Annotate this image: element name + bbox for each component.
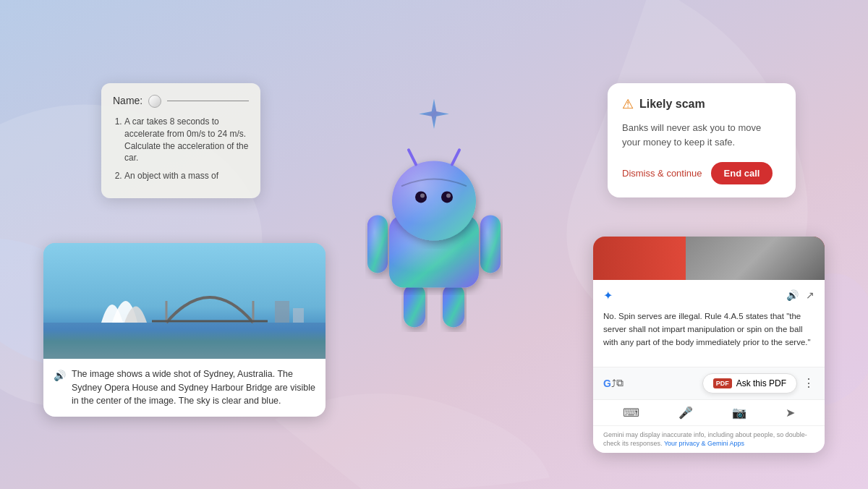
volume-icon[interactable]: 🔊: [786, 289, 799, 301]
google-g-icon: G: [603, 378, 611, 389]
panel-action-icons: 🔊 ↗: [786, 289, 814, 301]
dismiss-continue-button[interactable]: Dismiss & continue: [622, 163, 702, 183]
svg-rect-4: [480, 215, 501, 273]
svg-line-11: [409, 150, 416, 164]
gemini-panel-header: ✦ 🔊 ↗: [603, 289, 814, 302]
copy-icon[interactable]: ⧉: [616, 377, 624, 389]
keyboard-icon[interactable]: ⌨: [623, 406, 639, 420]
svg-rect-6: [443, 284, 464, 327]
svg-point-16: [446, 193, 451, 197]
gemini-disclaimer: Gemini may display inaccurate info, incl…: [593, 425, 825, 453]
quiz-question-2: An object with a mass of: [124, 170, 249, 182]
android-robot: [354, 139, 514, 341]
sydney-caption-text: The image shows a wide shot of Sydney, A…: [72, 367, 315, 408]
gemini-answer-text: No. Spin serves are illegal. Rule 4.A.5 …: [603, 310, 814, 349]
ask-pdf-label: Ask this PDF: [736, 378, 786, 388]
sydney-caption: 🔊 The image shows a wide shot of Sydney,…: [43, 359, 326, 417]
camera-icon[interactable]: 📷: [732, 406, 746, 420]
android-body-svg: [362, 146, 506, 334]
pdf-bottom-bar: ⌨ 🎤 📷 ➤: [593, 399, 825, 425]
svg-rect-23: [293, 308, 304, 323]
pdf-gemini-card: ✦ 🔊 ↗ No. Spin serves are illegal. Rule …: [593, 237, 825, 453]
scam-title: Likely scam: [639, 98, 705, 111]
quiz-questions: A car takes 8 seconds to accelerate from…: [113, 116, 249, 182]
svg-point-15: [420, 193, 425, 197]
svg-rect-18: [43, 323, 326, 359]
speaker-icon: 🔊: [54, 368, 66, 383]
mic-icon[interactable]: 🎤: [678, 406, 693, 420]
svg-point-10: [392, 161, 476, 240]
pdf-image-strip: [593, 237, 825, 280]
share-icon[interactable]: ⤴: [611, 378, 616, 389]
gemini-panel: ✦ 🔊 ↗ No. Spin serves are illegal. Rule …: [593, 280, 825, 367]
scam-body-text: Banks will never ask you to move your mo…: [622, 121, 781, 149]
quiz-card: Name: A car takes 8 seconds to accelerat…: [101, 83, 260, 198]
warning-icon: ⚠: [622, 96, 634, 112]
svg-line-12: [452, 150, 459, 164]
scam-header: ⚠ Likely scam: [622, 96, 781, 112]
sydney-card: 🔊 The image shows a wide shot of Sydney,…: [43, 243, 326, 417]
send-icon[interactable]: ➤: [786, 406, 795, 420]
quiz-name-line: Name:: [113, 93, 249, 109]
privacy-link[interactable]: Your privacy & Gemini Apps: [664, 440, 744, 447]
gemini-star-icon: [416, 95, 452, 132]
pdf-icon: PDF: [713, 378, 732, 388]
quiz-name-label: Name:: [113, 93, 142, 109]
external-link-icon[interactable]: ↗: [806, 289, 814, 301]
end-call-button[interactable]: End call: [711, 162, 773, 184]
more-icon[interactable]: ⋮: [803, 376, 814, 390]
pdf-toolbar: G ⤴ ⧉ PDF Ask this PDF ⋮: [593, 367, 825, 399]
svg-rect-22: [275, 301, 289, 323]
quiz-name-underline: [167, 101, 249, 101]
scam-warning-card: ⚠ Likely scam Banks will never ask you t…: [608, 83, 796, 197]
pdf-image-content: [686, 237, 825, 280]
scam-actions: Dismiss & continue End call: [622, 162, 781, 184]
quiz-name-dot: [148, 95, 161, 108]
ask-pdf-button[interactable]: PDF Ask this PDF: [702, 373, 797, 394]
svg-rect-2: [367, 215, 388, 273]
svg-rect-5: [404, 284, 425, 327]
sydney-image: [43, 243, 326, 359]
gemini-panel-star-icon: ✦: [603, 289, 613, 302]
quiz-question-1: A car takes 8 seconds to accelerate from…: [124, 116, 249, 164]
